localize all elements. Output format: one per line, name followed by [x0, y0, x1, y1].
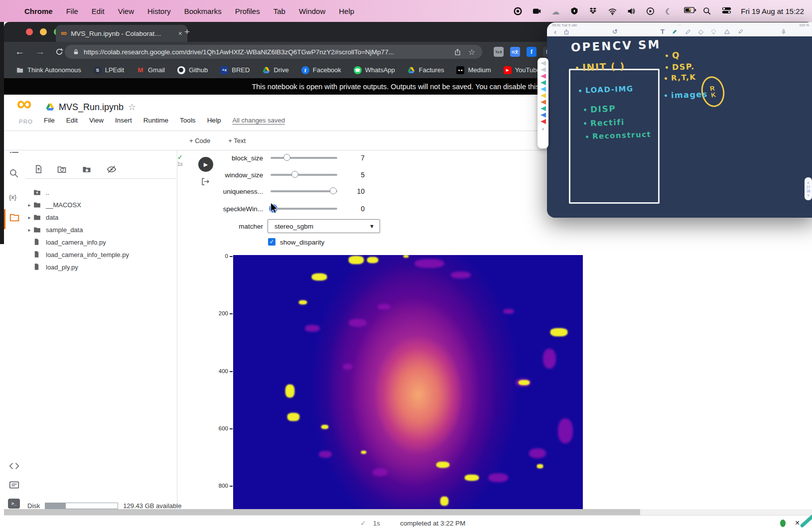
- menu-profiles[interactable]: Profiles: [235, 7, 260, 15]
- tree-item-data[interactable]: ▸ data: [26, 211, 175, 223]
- slider-window-size[interactable]: [271, 174, 337, 176]
- pen-teal-2[interactable]: [541, 106, 546, 111]
- menu-view[interactable]: View: [118, 7, 134, 15]
- menu-help[interactable]: Help: [339, 7, 354, 15]
- terminal-icon[interactable]: >_: [8, 499, 20, 509]
- ipad-eraser-tool-icon[interactable]: ◇: [698, 28, 703, 35]
- battery-icon[interactable]: [684, 7, 692, 15]
- find-replace-icon[interactable]: [9, 168, 20, 179]
- add-text-button[interactable]: + Text: [228, 137, 246, 144]
- autosave-status[interactable]: All changes saved: [232, 117, 285, 124]
- bookmark-gmail[interactable]: M Gmail: [136, 66, 165, 74]
- slider-thumb[interactable]: [330, 187, 337, 194]
- camera-icon[interactable]: [533, 7, 541, 15]
- screen-record-icon[interactable]: [514, 7, 522, 15]
- translate-extension-icon[interactable]: G文: [510, 47, 520, 57]
- dropbox-icon[interactable]: [589, 7, 598, 15]
- colab-menu-help[interactable]: Help: [207, 117, 221, 124]
- menu-file[interactable]: File: [66, 7, 78, 15]
- menu-edit[interactable]: Edit: [92, 7, 105, 15]
- pen-gray[interactable]: [541, 61, 546, 66]
- horizontal-scrollbar[interactable]: [4, 509, 812, 515]
- tree-item-load-camera-info[interactable]: load_camera_info.py: [26, 236, 175, 248]
- bookmark-bred[interactable]: +x BRED: [220, 66, 250, 74]
- forward-button[interactable]: →: [35, 46, 45, 57]
- files-panel-icon[interactable]: [9, 212, 20, 223]
- scrollbar-thumb[interactable]: [4, 509, 640, 515]
- expand-caret-icon[interactable]: ▸: [26, 215, 33, 220]
- window-minimize-button[interactable]: [40, 28, 47, 35]
- notebook-title[interactable]: MVS_Run.ipynb: [59, 102, 124, 113]
- pen-cyan[interactable]: [541, 87, 546, 92]
- page-navigator-pill[interactable]: ∧ 17 18 ∨: [805, 177, 812, 200]
- colab-menu-edit[interactable]: Edit: [66, 117, 78, 124]
- upload-file-icon[interactable]: [34, 164, 44, 174]
- pen-yellow[interactable]: [541, 93, 546, 98]
- pen-teal[interactable]: [541, 80, 546, 85]
- colab-menu-tools[interactable]: Tools: [180, 117, 196, 124]
- slider-thumb[interactable]: [291, 171, 298, 178]
- bookmark-lpedit[interactable]: S LPEdit: [94, 66, 124, 74]
- reload-button[interactable]: [55, 47, 64, 56]
- menu-tab[interactable]: Tab: [273, 7, 285, 15]
- menu-bar-clock[interactable]: Fri 19 Aug at 15:22: [741, 7, 804, 15]
- sidebar-divider[interactable]: [177, 131, 177, 509]
- ipad-undo-icon[interactable]: ↺: [612, 28, 618, 35]
- ipad-marker-tool-icon[interactable]: [737, 28, 744, 35]
- ipad-pencil-tool-icon[interactable]: [685, 28, 691, 35]
- control-center-icon[interactable]: [722, 7, 730, 15]
- menu-bookmarks[interactable]: Bookmarks: [184, 7, 222, 15]
- slider-specklewin[interactable]: [271, 208, 337, 210]
- chevron-up-icon[interactable]: ∧: [807, 181, 810, 185]
- colab-menu-runtime[interactable]: Runtime: [143, 117, 168, 124]
- show-disparity-checkbox[interactable]: ✓: [268, 238, 275, 246]
- colab-menu-file[interactable]: File: [44, 117, 55, 124]
- matcher-select[interactable]: stereo_sgbm ▼: [268, 219, 380, 233]
- pen-pink[interactable]: [541, 74, 546, 79]
- extension-shield-icon[interactable]: [570, 7, 579, 15]
- add-code-button[interactable]: + Code: [189, 137, 210, 144]
- pen-gray-2[interactable]: [541, 67, 546, 72]
- facebook-extension-icon[interactable]: f: [527, 47, 537, 57]
- pen-red[interactable]: [541, 119, 546, 124]
- ipad-mic-icon[interactable]: [781, 29, 787, 35]
- back-button[interactable]: ←: [15, 46, 24, 57]
- bookmark-youtube[interactable]: ▶ YouTube: [504, 66, 541, 74]
- ipad-back-icon[interactable]: ‹: [554, 27, 556, 36]
- chevron-down-icon[interactable]: ∨: [807, 193, 810, 197]
- hidden-files-eye-icon[interactable]: [107, 164, 117, 174]
- window-close-button[interactable]: [26, 28, 33, 35]
- moon-icon[interactable]: ☾: [665, 7, 674, 15]
- star-notebook-icon[interactable]: ☆: [128, 102, 136, 113]
- menu-window[interactable]: Window: [299, 7, 325, 15]
- colab-menu-insert[interactable]: Insert: [115, 117, 132, 124]
- bookmark-facebook[interactable]: f Facebook: [301, 66, 341, 74]
- bookmark-medium[interactable]: ●● Medium: [456, 66, 491, 74]
- ipad-lasso-tool-icon[interactable]: [710, 28, 717, 35]
- tree-item-up[interactable]: ..: [26, 186, 175, 198]
- bookmark-whatsapp[interactable]: ☎ WhatsApp: [354, 66, 395, 74]
- cloud-icon[interactable]: ☁: [551, 7, 560, 15]
- slider-uniqueness[interactable]: [271, 190, 337, 192]
- new-tab-button[interactable]: +: [184, 28, 190, 35]
- tab-close-icon[interactable]: ×: [178, 29, 182, 37]
- expand-caret-icon[interactable]: ▸: [26, 227, 33, 233]
- slider-block-size[interactable]: [271, 157, 337, 159]
- tree-item-load-ply[interactable]: load_ply.py: [26, 261, 175, 273]
- bookmark-drive[interactable]: Drive: [262, 66, 288, 74]
- refresh-files-icon[interactable]: [57, 164, 67, 174]
- ipad-shape-tool-icon[interactable]: [724, 28, 730, 35]
- ipad-text-tool-icon[interactable]: T: [661, 28, 665, 35]
- ipad-share-icon[interactable]: [563, 29, 569, 35]
- expand-caret-icon[interactable]: ▸: [26, 202, 33, 208]
- bookmark-star-icon[interactable]: ☆: [468, 47, 475, 57]
- menu-history[interactable]: History: [147, 7, 171, 15]
- browser-tab[interactable]: ∞ MVS_Run.ipynb - Colaboratory ×: [56, 25, 187, 42]
- colab-menu-view[interactable]: View: [89, 117, 104, 124]
- wifi-icon[interactable]: [608, 7, 617, 15]
- tree-item-macosx[interactable]: ▸ __MACOSX: [26, 199, 175, 211]
- pen-blue[interactable]: [541, 113, 546, 118]
- close-status-icon[interactable]: ×: [795, 519, 800, 528]
- slider-thumb[interactable]: [283, 154, 290, 161]
- play-circle-icon[interactable]: [646, 7, 655, 15]
